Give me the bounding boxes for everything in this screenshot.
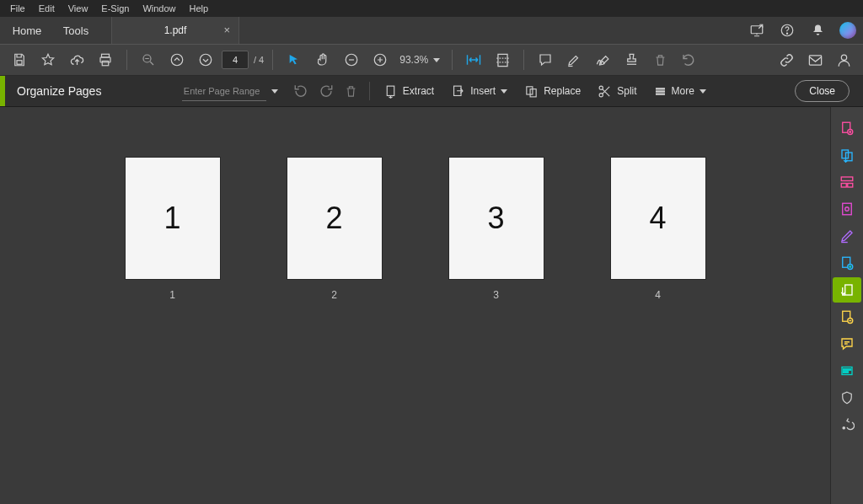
zoom-out-icon[interactable]: [339, 47, 364, 72]
svg-rect-26: [842, 150, 849, 158]
menu-edit[interactable]: Edit: [32, 2, 62, 15]
main-toolbar: / 4 93.3%: [0, 44, 863, 76]
svg-point-8: [171, 54, 183, 66]
zoom-in-icon[interactable]: [367, 47, 393, 72]
zoom-value: 93.3%: [399, 54, 428, 66]
svg-rect-22: [656, 90, 664, 91]
zoom-readout[interactable]: 93.3%: [396, 54, 443, 66]
undo-icon[interactable]: [676, 47, 701, 72]
page-label: 2: [331, 289, 337, 301]
split-label: Split: [617, 85, 636, 97]
bell-icon[interactable]: [802, 17, 833, 44]
cloud-upload-icon[interactable]: [64, 47, 89, 72]
menu-view[interactable]: View: [62, 2, 95, 15]
svg-rect-27: [846, 153, 853, 161]
tool-edit-pdf-icon[interactable]: [833, 169, 861, 195]
svg-rect-28: [841, 177, 853, 181]
pointer-icon[interactable]: [281, 47, 307, 72]
insert-button[interactable]: Insert: [442, 79, 516, 103]
page-current-input[interactable]: [222, 51, 249, 69]
account-avatar[interactable]: [833, 17, 863, 44]
page-thumb-1[interactable]: 1 1: [126, 158, 220, 301]
tool-more-icon[interactable]: [833, 412, 861, 437]
link-icon[interactable]: [774, 47, 799, 72]
page-down-icon[interactable]: [193, 47, 218, 72]
menu-esign[interactable]: E-Sign: [94, 2, 136, 15]
email-icon[interactable]: [802, 47, 828, 72]
zoom-out-search-icon[interactable]: [136, 47, 161, 72]
svg-rect-6: [102, 62, 109, 66]
save-icon[interactable]: [7, 47, 32, 72]
tool-redact-icon[interactable]: [833, 358, 861, 383]
organize-accent: [0, 76, 5, 106]
more-button[interactable]: More: [646, 79, 715, 103]
share-screen-icon[interactable]: [742, 17, 772, 44]
trash-icon[interactable]: [339, 78, 364, 104]
page-range-input[interactable]: [182, 82, 266, 101]
svg-rect-39: [844, 369, 851, 371]
page-thumb-2[interactable]: 2 2: [287, 158, 382, 301]
tool-fill-sign-icon[interactable]: [833, 223, 861, 249]
rotate-ccw-icon[interactable]: [288, 78, 314, 104]
svg-rect-29: [841, 184, 846, 188]
fit-page-icon[interactable]: [490, 47, 515, 72]
tool-export-pdf-icon[interactable]: [833, 142, 861, 168]
chevron-down-icon: [700, 89, 706, 94]
fit-width-icon[interactable]: [461, 47, 486, 72]
tool-comment-icon[interactable]: [833, 331, 861, 357]
chevron-down-icon[interactable]: [271, 89, 278, 94]
delete-icon[interactable]: [647, 47, 673, 72]
thumbnails-canvas[interactable]: 1 1 2 2 3 3 4 4: [0, 107, 830, 504]
menu-file[interactable]: File: [3, 2, 32, 15]
tool-protect-icon[interactable]: [833, 385, 861, 410]
rotate-cw-icon[interactable]: [314, 78, 339, 104]
tool-organize-pages-icon[interactable]: [833, 277, 861, 303]
tool-convert-icon[interactable]: [833, 196, 861, 222]
highlight-icon[interactable]: [561, 47, 587, 72]
page-label: 4: [655, 289, 661, 301]
close-panel-button[interactable]: Close: [795, 80, 850, 102]
svg-rect-13: [809, 55, 821, 64]
replace-button[interactable]: Replace: [516, 79, 589, 103]
svg-point-14: [841, 55, 846, 60]
extract-label: Extract: [403, 85, 434, 97]
page-preview: 2: [287, 158, 382, 279]
svg-rect-3: [17, 61, 22, 65]
comment-icon[interactable]: [533, 47, 558, 72]
star-icon[interactable]: [35, 47, 61, 72]
hand-icon[interactable]: [310, 47, 335, 72]
print-icon[interactable]: [93, 47, 118, 72]
tab-document[interactable]: 1.pdf ×: [111, 17, 239, 44]
tab-home[interactable]: Home: [5, 17, 49, 44]
profile-icon[interactable]: [831, 47, 856, 72]
page-thumb-3[interactable]: 3 3: [449, 158, 544, 301]
thumbnails-row: 1 1 2 2 3 3 4 4: [0, 158, 830, 301]
tool-combine-icon[interactable]: [833, 250, 861, 276]
help-icon[interactable]: [772, 17, 802, 44]
chevron-down-icon: [501, 89, 507, 94]
page-thumb-4[interactable]: 4 4: [611, 158, 705, 301]
stamp-icon[interactable]: [619, 47, 644, 72]
svg-rect-30: [848, 184, 853, 188]
sign-icon[interactable]: [590, 47, 615, 72]
main-area: 1 1 2 2 3 3 4 4: [0, 107, 863, 504]
svg-rect-23: [656, 94, 664, 94]
page-number-box: / 4: [222, 51, 264, 69]
tabs-row: Home Tools 1.pdf ×: [0, 17, 863, 44]
organize-pages-bar: Organize Pages Extract Insert Replace Sp…: [0, 76, 863, 107]
page-up-icon[interactable]: [164, 47, 190, 72]
page-label: 3: [493, 289, 499, 301]
tab-tools[interactable]: Tools: [49, 17, 103, 44]
menu-help[interactable]: Help: [183, 2, 216, 15]
menubar: File Edit View E-Sign Window Help: [0, 0, 863, 17]
extract-button[interactable]: Extract: [375, 79, 442, 103]
svg-point-41: [843, 427, 844, 429]
menu-window[interactable]: Window: [136, 2, 182, 15]
tab-document-label: 1.pdf: [164, 24, 187, 36]
insert-label: Insert: [470, 85, 496, 97]
svg-point-32: [845, 207, 850, 212]
page-preview: 3: [449, 158, 544, 279]
split-button[interactable]: Split: [589, 79, 645, 103]
tool-compress-icon[interactable]: [833, 304, 861, 330]
tool-create-pdf-icon[interactable]: [833, 115, 861, 141]
